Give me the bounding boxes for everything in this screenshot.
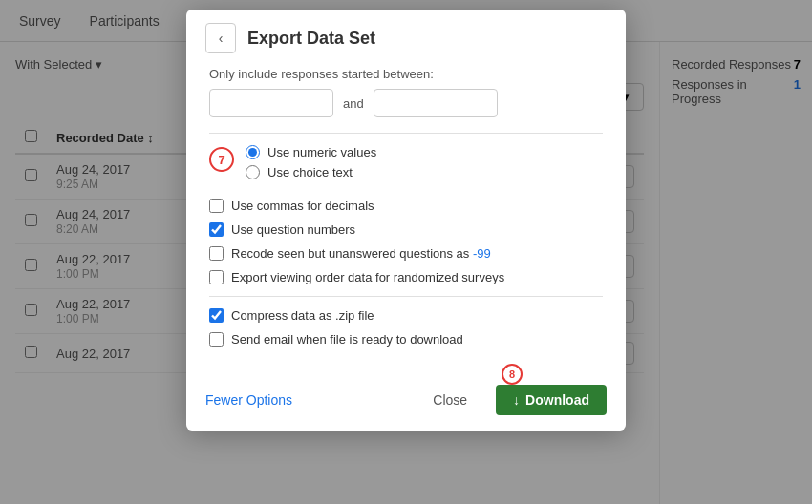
and-label: and [343,96,364,111]
download-icon: ↓ [513,392,520,408]
date-start-input[interactable] [209,89,333,117]
cb-question-numbers-input[interactable] [209,222,224,237]
date-range-section: Only include responses started between: … [209,67,603,117]
cb-question-numbers[interactable]: Use question numbers [209,222,603,237]
modal-title: Export Data Set [247,29,375,49]
date-range-inputs: and [209,89,603,117]
modal-footer: 8 Fewer Options Close ↓ Download [186,373,626,430]
close-button[interactable]: Close [414,385,486,415]
cb-recode[interactable]: Recode seen but unanswered questions as … [209,246,603,261]
cb-export-order-label: Export viewing order data for randomized… [231,270,504,284]
modal-header: ‹ Export Data Set [186,10,626,67]
radio-text-input[interactable] [246,165,260,179]
export-modal: ‹ Export Data Set Only include responses… [186,10,626,430]
cb-zip-input[interactable] [209,308,224,323]
cb-recode-input[interactable] [209,246,224,261]
step7-section: 7 Use numeric values Use choice text [209,145,603,191]
cb-export-order[interactable]: Export viewing order data for randomized… [209,270,603,284]
cb-zip[interactable]: Compress data as .zip file [209,308,603,323]
cb-email-label: Send email when file is ready to downloa… [231,332,463,346]
divider-2 [209,296,603,297]
options-checkbox-group: Use commas for decimals Use question num… [209,199,603,284]
cb-email[interactable]: Send email when file is ready to downloa… [209,332,603,346]
cb-commas-input[interactable] [209,199,224,213]
step7-badge: 7 [209,147,234,172]
cb-export-order-input[interactable] [209,270,224,284]
recode-value-link[interactable]: -99 [473,246,491,261]
back-button[interactable]: ‹ [205,23,236,53]
download-label: Download [525,392,589,408]
download-button[interactable]: ↓ Download [496,385,607,415]
fewer-options-button[interactable]: Fewer Options [205,392,292,408]
modal-body: Only include responses started between: … [186,67,626,373]
radio-numeric-label: Use numeric values [267,145,376,159]
cb-zip-label: Compress data as .zip file [231,308,374,323]
radio-text[interactable]: Use choice text [246,165,376,179]
delivery-checkbox-group: Compress data as .zip file Send email wh… [209,308,603,346]
radio-options-group: Use numeric values Use choice text [246,145,376,191]
date-range-label: Only include responses started between: [209,67,603,81]
radio-numeric-input[interactable] [246,145,260,159]
cb-commas[interactable]: Use commas for decimals [209,199,603,213]
step8-badge: 8 [502,364,523,385]
modal-overlay: ‹ Export Data Set Only include responses… [0,0,812,504]
radio-text-label: Use choice text [267,165,353,179]
radio-group: Use numeric values Use choice text [246,145,376,179]
cb-commas-label: Use commas for decimals [231,199,374,213]
divider-1 [209,133,603,134]
back-icon: ‹ [219,31,224,46]
radio-numeric[interactable]: Use numeric values [246,145,376,159]
cb-email-input[interactable] [209,332,224,346]
footer-actions: Close ↓ Download [414,385,607,415]
date-end-input[interactable] [374,89,498,117]
cb-recode-label: Recode seen but unanswered questions as … [231,246,491,261]
cb-question-numbers-label: Use question numbers [231,222,355,237]
